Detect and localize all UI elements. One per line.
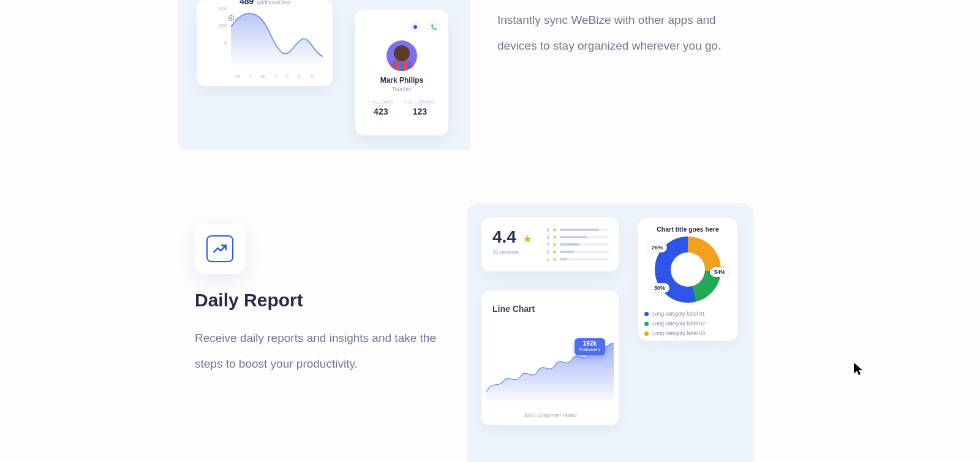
cursor-icon — [853, 362, 864, 376]
feature-title: Daily Report — [195, 290, 464, 311]
profile-stat-label: FOLLOWING — [404, 99, 435, 105]
rating-row: 2★ — [546, 248, 609, 256]
rating-distribution: 5★ 4★ 3★ 2★ 1★ — [546, 226, 609, 263]
x-tick: W — [260, 74, 266, 80]
ratings-card: 4.4 ★ 32 reviews 5★ 4★ 3★ 2★ 1★ — [481, 218, 619, 271]
profile-stat-value: 423 — [374, 107, 388, 116]
star-icon: ★ — [552, 242, 557, 248]
profile-stat-label: FOLLOWS — [368, 99, 393, 105]
star-icon: ★ — [552, 235, 557, 240]
rating-bucket: 2 — [546, 249, 549, 255]
weekly-chart-highlight-dot — [229, 16, 233, 20]
star-icon: ★ — [552, 257, 557, 262]
status-dot-icon[interactable] — [409, 21, 421, 33]
call-icon[interactable] — [428, 21, 440, 33]
x-tick: F — [286, 74, 290, 80]
legend-item: Long category label 03 — [644, 328, 731, 338]
star-icon: ★ — [552, 227, 557, 233]
line-chart-footer: 2020 | Zulqurnain Haider — [481, 412, 619, 418]
weekly-chart-x-axis: M T W T F S S — [235, 74, 314, 80]
x-tick: S — [298, 74, 302, 80]
line-chart-icon — [206, 235, 233, 262]
donut-chart-card: Chart title goes here 26% 30% 54% Long c… — [638, 218, 737, 341]
y-tick: 500 — [214, 0, 227, 17]
profile-stat-value: 123 — [413, 107, 427, 116]
x-tick: T — [274, 74, 278, 80]
tooltip-value: 192k — [579, 341, 600, 347]
rating-row: 5★ — [546, 226, 609, 233]
x-tick: M — [235, 74, 240, 80]
feature-description: Receive daily reports and insights and t… — [195, 325, 452, 377]
profile-role: Teacher — [355, 86, 448, 92]
line-chart-tooltip: 192k Followers — [575, 338, 605, 355]
sync-illustration-panel: 489 additional text 500 250 0 M T W T F — [178, 0, 470, 150]
weekly-activity-chart: 489 additional text 500 250 0 M T W T F — [197, 0, 333, 86]
sync-description: Instantly sync WeBize with other apps an… — [497, 7, 748, 59]
feature-icon-tile — [195, 224, 245, 274]
weekly-chart-y-axis: 500 250 0 — [214, 0, 227, 51]
report-illustration-panel: 4.4 ★ 32 reviews 5★ 4★ 3★ 2★ 1★ — [467, 203, 753, 462]
y-tick: 250 — [214, 17, 227, 34]
profile-card: Mark Philips Teacher FOLLOWS 423 FOLLOWI… — [355, 10, 448, 135]
legend-label: Long category label 02 — [652, 320, 705, 327]
tooltip-label: Followers — [579, 347, 600, 352]
rating-score: 4.4 — [492, 227, 516, 247]
y-tick: 0 — [214, 34, 227, 51]
legend-label: Long category label 01 — [652, 311, 705, 317]
x-tick: S — [311, 74, 314, 80]
rating-bucket: 4 — [546, 235, 549, 240]
donut-legend: Long category label 01 Long category lab… — [644, 309, 731, 338]
legend-label: Long category label 03 — [652, 330, 705, 336]
profile-name: Mark Philips — [355, 76, 448, 85]
rating-row: 3★ — [546, 241, 609, 248]
line-chart-card: Line Chart 192k Followers 2020 | Zulqurn… — [481, 290, 619, 425]
legend-item: Long category label 02 — [644, 319, 731, 328]
rating-bucket: 3 — [546, 242, 549, 248]
line-chart-title: Line Chart — [492, 304, 608, 314]
feature-daily-report: Daily Report Receive daily reports and i… — [195, 224, 464, 377]
avatar — [386, 40, 417, 71]
weekly-area-plot — [231, 2, 326, 67]
donut-slice-badge: 54% — [710, 267, 729, 277]
donut-slice-badge: 30% — [650, 283, 669, 293]
star-icon: ★ — [552, 249, 557, 255]
donut-slice-badge: 26% — [647, 243, 667, 252]
rating-row: 1★ — [546, 256, 609, 263]
rating-bucket: 1 — [546, 257, 549, 262]
x-tick: T — [249, 74, 252, 80]
profile-following-stat: FOLLOWING 123 — [404, 99, 435, 116]
rating-row: 4★ — [546, 233, 609, 241]
rating-bucket: 5 — [546, 227, 549, 233]
legend-item: Long category label 01 — [644, 309, 731, 319]
donut-chart: 26% 30% 54% — [655, 237, 721, 303]
donut-chart-title: Chart title goes here — [644, 225, 731, 233]
star-icon: ★ — [522, 233, 532, 245]
profile-follows-stat: FOLLOWS 423 — [368, 99, 393, 116]
